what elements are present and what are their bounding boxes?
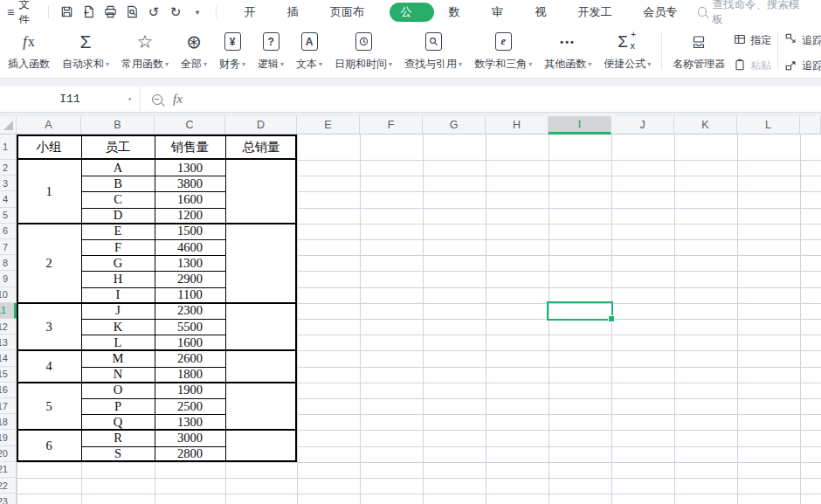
employee-cell[interactable]: O (82, 383, 154, 398)
name-box-caret-icon[interactable]: ▾ (128, 95, 132, 103)
employee-cell[interactable]: L (82, 335, 154, 350)
row-header-17[interactable]: 17 (0, 398, 17, 414)
employee-cell[interactable]: K (82, 319, 154, 335)
table-header-cell[interactable]: 销售量 (155, 135, 225, 160)
employee-cell[interactable]: A (82, 160, 154, 176)
sales-cell[interactable]: 1900 (155, 383, 224, 398)
row-header-11[interactable]: 11 (0, 303, 17, 319)
employee-cell[interactable]: D (82, 208, 154, 224)
tab-开发工具[interactable]: 开发工具 (568, 0, 633, 24)
employee-cell[interactable]: H (82, 271, 154, 287)
row-header-9[interactable]: 9 (0, 271, 17, 287)
ribbon-button-指定[interactable]: 指定 (733, 32, 771, 49)
select-all-corner[interactable] (0, 116, 17, 135)
sales-cell[interactable]: 1300 (155, 255, 224, 271)
column-header-J[interactable]: J (611, 116, 674, 135)
ribbon-button-文本[interactable]: A 文本▾ (290, 24, 328, 78)
sales-cell[interactable]: 4600 (155, 239, 224, 255)
ribbon-button-全部[interactable]: ⊛ 全部▾ (175, 24, 213, 78)
export-icon[interactable] (78, 2, 100, 22)
row-header-8[interactable]: 8 (0, 255, 17, 271)
row-header-22[interactable]: 22 (0, 478, 17, 494)
sales-cell[interactable]: 2600 (155, 350, 224, 366)
row-header-15[interactable]: 15 (0, 367, 17, 383)
group-cell[interactable]: 4 (17, 350, 80, 382)
row-header-10[interactable]: 10 (0, 287, 17, 303)
column-header-E[interactable]: E (297, 116, 360, 135)
table-header-cell[interactable]: 小组 (17, 135, 81, 160)
column-header-G[interactable]: G (423, 116, 486, 135)
row-header-12[interactable]: 12 (0, 319, 17, 335)
sales-cell[interactable]: 1100 (155, 287, 224, 303)
spreadsheet-grid[interactable]: ABCDEFGHIJKL1234567891011121314151617181… (0, 116, 821, 504)
column-header-I[interactable]: I (548, 116, 611, 135)
row-header-6[interactable]: 6 (0, 224, 17, 239)
employee-cell[interactable]: M (82, 350, 154, 366)
sales-cell[interactable]: 1500 (155, 224, 224, 239)
column-header-D[interactable]: D (225, 116, 297, 135)
group-cell[interactable]: 1 (17, 160, 80, 224)
column-header-C[interactable]: C (155, 116, 225, 135)
sales-cell[interactable]: 1600 (155, 191, 224, 207)
ribbon-button-日期和时间[interactable]: 日期和时间▾ (328, 24, 398, 78)
sales-cell[interactable]: 1600 (155, 335, 224, 350)
redo-icon[interactable]: ↻ (165, 2, 187, 22)
sales-cell[interactable]: 3000 (155, 430, 224, 445)
column-header-B[interactable]: B (81, 116, 155, 135)
employee-cell[interactable]: C (82, 191, 154, 207)
ribbon-button-追踪引[interactable]: 追踪引 (784, 32, 821, 49)
group-cell[interactable]: 5 (17, 383, 80, 431)
column-header-L[interactable]: L (737, 116, 800, 135)
name-box[interactable]: I11 ▾ (0, 86, 141, 112)
employee-cell[interactable]: S (82, 446, 154, 462)
column-header-A[interactable]: A (17, 116, 81, 135)
ribbon-button-其他函数[interactable]: ••• 其他函数▾ (538, 24, 597, 78)
row-header-4[interactable]: 4 (0, 191, 17, 207)
ribbon-button-常用函数[interactable]: ☆ 常用函数▾ (115, 24, 175, 78)
selected-cell[interactable] (547, 301, 613, 321)
tab-开始[interactable]: 开始 (234, 0, 277, 24)
ribbon-button-便捷公式[interactable]: Σ+x 便捷公式▾ (597, 24, 657, 78)
row-header-5[interactable]: 5 (0, 208, 17, 224)
total-sales-cell[interactable] (226, 160, 296, 224)
ribbon-button-查找与引用[interactable]: 查找与引用▾ (398, 24, 468, 78)
tab-插入[interactable]: 插入 (277, 0, 320, 24)
ribbon-button-插入函数[interactable]: fx 插入函数 (2, 24, 56, 78)
row-header-7[interactable]: 7 (0, 239, 17, 255)
table-header-cell[interactable]: 总销量 (225, 135, 297, 160)
group-cell[interactable]: 6 (17, 430, 80, 461)
column-header-H[interactable]: H (486, 116, 548, 135)
zoom-out-icon[interactable] (152, 94, 162, 105)
employee-cell[interactable]: J (82, 303, 154, 319)
sales-cell[interactable]: 2900 (155, 271, 224, 287)
print-preview-icon[interactable] (121, 2, 143, 22)
row-header-2[interactable]: 2 (0, 160, 17, 176)
save-icon[interactable] (56, 2, 78, 22)
employee-cell[interactable]: Q (82, 414, 154, 430)
total-sales-cell[interactable] (226, 224, 296, 303)
sales-cell[interactable]: 1800 (155, 367, 224, 383)
sales-cell[interactable]: 3800 (155, 176, 224, 191)
tab-数据[interactable]: 数据 (438, 0, 481, 24)
tab-公式[interactable]: 公式 (390, 3, 434, 22)
sales-cell[interactable]: 1300 (155, 160, 224, 176)
sales-cell[interactable]: 2300 (155, 303, 224, 319)
row-header-1[interactable]: 1 (0, 135, 17, 160)
row-header-18[interactable]: 18 (0, 414, 17, 430)
tab-会员专享[interactable]: 会员专享 (632, 0, 698, 24)
ribbon-button-数学和三角[interactable]: e 数学和三角▾ (468, 24, 538, 78)
row-header-19[interactable]: 19 (0, 430, 17, 445)
ribbon-button-财务[interactable]: ¥ 财务▾ (213, 24, 252, 78)
group-cell[interactable]: 3 (17, 303, 80, 351)
print-icon[interactable] (100, 2, 121, 22)
employee-cell[interactable]: G (82, 255, 154, 271)
formula-input[interactable] (194, 86, 821, 112)
employee-cell[interactable]: R (82, 430, 154, 445)
ribbon-button-追踪从[interactable]: 追踪从 (784, 58, 821, 74)
tab-页面布局[interactable]: 页面布局 (320, 0, 385, 24)
ribbon-button-自动求和[interactable]: Σ 自动求和▾ (56, 24, 115, 78)
undo-icon[interactable]: ↺ (143, 2, 165, 22)
row-header-23[interactable]: 23 (0, 494, 17, 504)
ribbon-button-逻辑[interactable]: ? 逻辑▾ (252, 24, 290, 78)
ribbon-button-名称管理器[interactable]: 名称管理器 (666, 24, 731, 78)
